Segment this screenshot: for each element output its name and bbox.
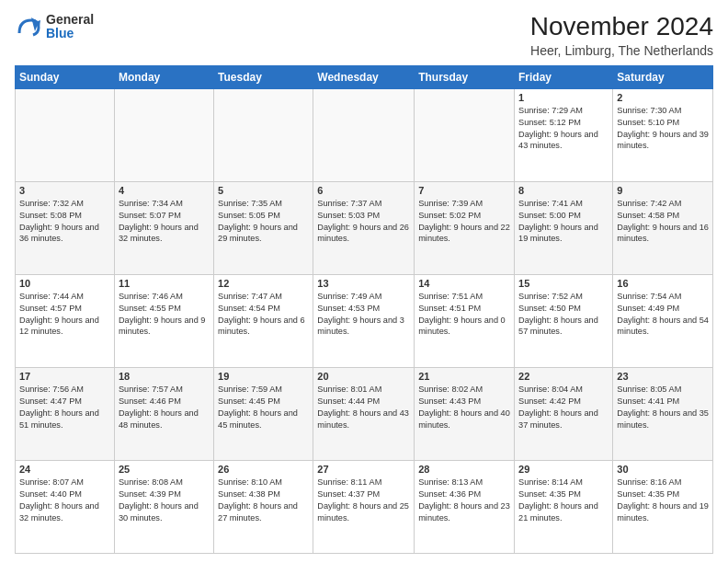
calendar-cell: 23Sunrise: 8:05 AM Sunset: 4:41 PM Dayli… <box>613 367 713 460</box>
calendar-cell: 26Sunrise: 8:10 AM Sunset: 4:38 PM Dayli… <box>214 460 313 553</box>
day-number: 23 <box>617 371 709 382</box>
day-number: 7 <box>418 185 510 196</box>
logo-text: General Blue <box>46 13 94 41</box>
day-info: Sunrise: 8:10 AM Sunset: 4:38 PM Dayligh… <box>218 477 309 524</box>
day-number: 22 <box>518 371 609 382</box>
day-info: Sunrise: 8:07 AM Sunset: 4:40 PM Dayligh… <box>19 477 110 524</box>
day-number: 9 <box>617 185 709 196</box>
calendar-cell: 12Sunrise: 7:47 AM Sunset: 4:54 PM Dayli… <box>214 274 313 367</box>
day-number: 17 <box>19 371 110 382</box>
day-number: 18 <box>119 371 210 382</box>
calendar-week-4: 24Sunrise: 8:07 AM Sunset: 4:40 PM Dayli… <box>16 460 713 553</box>
day-info: Sunrise: 8:04 AM Sunset: 4:42 PM Dayligh… <box>518 384 609 431</box>
logo-icon <box>15 13 42 40</box>
calendar-cell: 22Sunrise: 8:04 AM Sunset: 4:42 PM Dayli… <box>515 367 613 460</box>
calendar-cell: 29Sunrise: 8:14 AM Sunset: 4:35 PM Dayli… <box>515 460 613 553</box>
calendar-cell: 24Sunrise: 8:07 AM Sunset: 4:40 PM Dayli… <box>16 460 115 553</box>
day-info: Sunrise: 7:29 AM Sunset: 5:12 PM Dayligh… <box>518 105 609 153</box>
day-number: 28 <box>418 464 510 475</box>
day-info: Sunrise: 7:39 AM Sunset: 5:02 PM Dayligh… <box>418 198 510 246</box>
day-number: 3 <box>19 185 110 196</box>
day-info: Sunrise: 7:46 AM Sunset: 4:55 PM Dayligh… <box>119 291 210 339</box>
header: General Blue November 2024 Heer, Limburg… <box>15 13 713 58</box>
day-info: Sunrise: 8:13 AM Sunset: 4:36 PM Dayligh… <box>418 477 510 524</box>
day-info: Sunrise: 8:02 AM Sunset: 4:43 PM Dayligh… <box>418 384 510 431</box>
day-number: 25 <box>119 464 210 475</box>
day-info: Sunrise: 8:16 AM Sunset: 4:35 PM Dayligh… <box>617 477 709 524</box>
day-number: 14 <box>418 278 510 289</box>
day-info: Sunrise: 8:14 AM Sunset: 4:35 PM Dayligh… <box>518 477 609 524</box>
calendar-cell: 21Sunrise: 8:02 AM Sunset: 4:43 PM Dayli… <box>415 367 515 460</box>
col-header-tuesday: Tuesday <box>214 65 313 88</box>
day-info: Sunrise: 7:37 AM Sunset: 5:03 PM Dayligh… <box>317 198 410 246</box>
calendar-week-2: 10Sunrise: 7:44 AM Sunset: 4:57 PM Dayli… <box>16 274 713 367</box>
calendar-cell: 3Sunrise: 7:32 AM Sunset: 5:08 PM Daylig… <box>16 181 115 274</box>
day-number: 27 <box>317 464 410 475</box>
calendar-cell: 5Sunrise: 7:35 AM Sunset: 5:05 PM Daylig… <box>214 181 313 274</box>
col-header-wednesday: Wednesday <box>313 65 415 88</box>
main-title: November 2024 <box>530 13 713 41</box>
day-info: Sunrise: 8:11 AM Sunset: 4:37 PM Dayligh… <box>317 477 410 524</box>
day-number: 5 <box>218 185 309 196</box>
calendar-week-0: 1Sunrise: 7:29 AM Sunset: 5:12 PM Daylig… <box>16 88 713 181</box>
calendar-cell: 28Sunrise: 8:13 AM Sunset: 4:36 PM Dayli… <box>415 460 515 553</box>
col-header-monday: Monday <box>114 65 213 88</box>
logo: General Blue <box>15 13 94 41</box>
calendar-cell <box>16 88 115 181</box>
calendar-cell <box>313 88 415 181</box>
col-header-sunday: Sunday <box>16 65 115 88</box>
calendar-cell: 17Sunrise: 7:56 AM Sunset: 4:47 PM Dayli… <box>16 367 115 460</box>
calendar-cell: 27Sunrise: 8:11 AM Sunset: 4:37 PM Dayli… <box>313 460 415 553</box>
title-block: November 2024 Heer, Limburg, The Netherl… <box>530 13 713 58</box>
calendar-cell: 15Sunrise: 7:52 AM Sunset: 4:50 PM Dayli… <box>515 274 613 367</box>
calendar-cell: 30Sunrise: 8:16 AM Sunset: 4:35 PM Dayli… <box>613 460 713 553</box>
day-number: 30 <box>617 464 709 475</box>
calendar-cell: 1Sunrise: 7:29 AM Sunset: 5:12 PM Daylig… <box>515 88 613 181</box>
day-number: 19 <box>218 371 309 382</box>
subtitle: Heer, Limburg, The Netherlands <box>530 43 713 58</box>
day-info: Sunrise: 7:54 AM Sunset: 4:49 PM Dayligh… <box>617 291 709 339</box>
calendar-cell: 16Sunrise: 7:54 AM Sunset: 4:49 PM Dayli… <box>613 274 713 367</box>
day-number: 6 <box>317 185 410 196</box>
logo-general: General <box>46 13 94 27</box>
page: General Blue November 2024 Heer, Limburg… <box>0 0 728 563</box>
day-info: Sunrise: 7:56 AM Sunset: 4:47 PM Dayligh… <box>19 384 110 431</box>
day-number: 12 <box>218 278 309 289</box>
day-number: 20 <box>317 371 410 382</box>
calendar-cell: 4Sunrise: 7:34 AM Sunset: 5:07 PM Daylig… <box>114 181 213 274</box>
day-info: Sunrise: 7:44 AM Sunset: 4:57 PM Dayligh… <box>19 291 110 339</box>
calendar-cell: 2Sunrise: 7:30 AM Sunset: 5:10 PM Daylig… <box>613 88 713 181</box>
logo-blue: Blue <box>46 27 94 40</box>
day-number: 15 <box>518 278 609 289</box>
day-number: 29 <box>518 464 609 475</box>
calendar-cell: 9Sunrise: 7:42 AM Sunset: 4:58 PM Daylig… <box>613 181 713 274</box>
calendar-cell <box>214 88 313 181</box>
day-info: Sunrise: 7:41 AM Sunset: 5:00 PM Dayligh… <box>518 198 609 246</box>
calendar-cell: 7Sunrise: 7:39 AM Sunset: 5:02 PM Daylig… <box>415 181 515 274</box>
day-number: 11 <box>119 278 210 289</box>
calendar-cell: 13Sunrise: 7:49 AM Sunset: 4:53 PM Dayli… <box>313 274 415 367</box>
day-number: 13 <box>317 278 410 289</box>
day-info: Sunrise: 7:57 AM Sunset: 4:46 PM Dayligh… <box>119 384 210 431</box>
day-info: Sunrise: 7:59 AM Sunset: 4:45 PM Dayligh… <box>218 384 309 431</box>
day-info: Sunrise: 7:30 AM Sunset: 5:10 PM Dayligh… <box>617 105 709 153</box>
col-header-saturday: Saturday <box>613 65 713 88</box>
day-info: Sunrise: 8:05 AM Sunset: 4:41 PM Dayligh… <box>617 384 709 431</box>
calendar-cell: 18Sunrise: 7:57 AM Sunset: 4:46 PM Dayli… <box>114 367 213 460</box>
calendar-cell: 25Sunrise: 8:08 AM Sunset: 4:39 PM Dayli… <box>114 460 213 553</box>
day-number: 24 <box>19 464 110 475</box>
calendar-cell: 20Sunrise: 8:01 AM Sunset: 4:44 PM Dayli… <box>313 367 415 460</box>
day-number: 2 <box>617 92 709 103</box>
day-number: 21 <box>418 371 510 382</box>
day-number: 10 <box>19 278 110 289</box>
calendar-cell: 6Sunrise: 7:37 AM Sunset: 5:03 PM Daylig… <box>313 181 415 274</box>
col-header-friday: Friday <box>515 65 613 88</box>
day-number: 8 <box>518 185 609 196</box>
day-number: 4 <box>119 185 210 196</box>
calendar-week-1: 3Sunrise: 7:32 AM Sunset: 5:08 PM Daylig… <box>16 181 713 274</box>
day-info: Sunrise: 7:49 AM Sunset: 4:53 PM Dayligh… <box>317 291 410 339</box>
calendar-cell <box>415 88 515 181</box>
day-info: Sunrise: 7:32 AM Sunset: 5:08 PM Dayligh… <box>19 198 110 246</box>
calendar-cell: 14Sunrise: 7:51 AM Sunset: 4:51 PM Dayli… <box>415 274 515 367</box>
day-info: Sunrise: 7:52 AM Sunset: 4:50 PM Dayligh… <box>518 291 609 339</box>
